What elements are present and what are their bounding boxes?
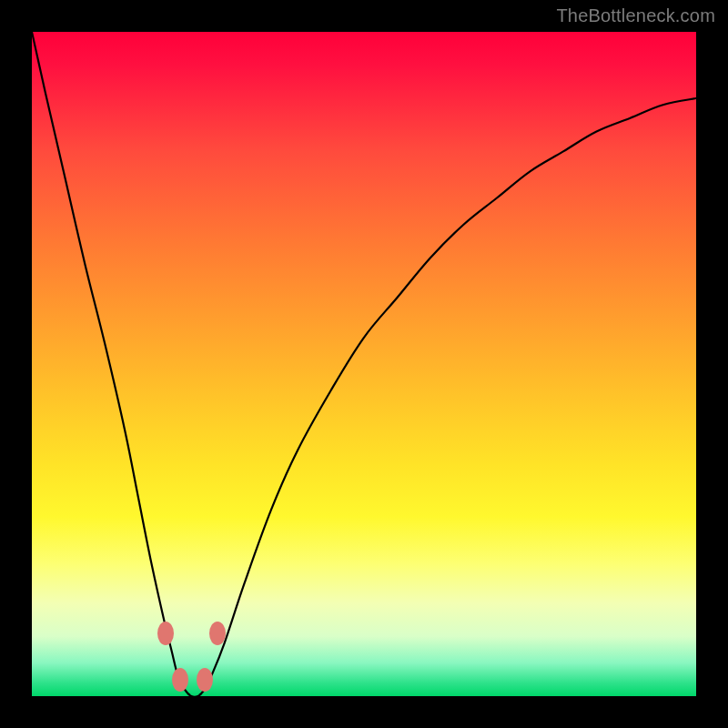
curve-knob [172, 668, 188, 692]
curve-knob [157, 622, 174, 645]
chart-container: TheBottleneck.com [0, 0, 728, 728]
plot-area [32, 32, 696, 696]
curve-knob [209, 622, 226, 645]
curve-knob [197, 668, 213, 692]
bottleneck-curve [32, 32, 696, 696]
watermark-text: TheBottleneck.com [556, 5, 715, 26]
